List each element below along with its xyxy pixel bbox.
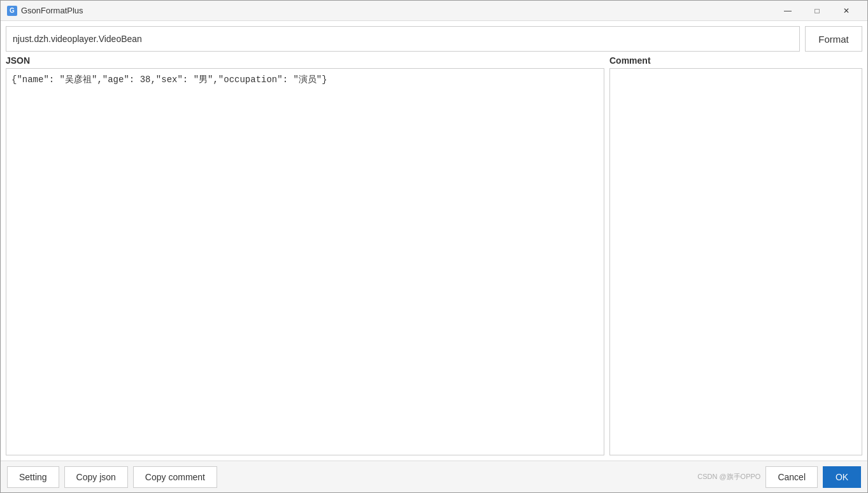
- copy-json-button[interactable]: Copy json: [64, 466, 128, 488]
- main-content: Format JSON {"name": "吴彦祖","age": 38,"se…: [1, 21, 867, 461]
- setting-button[interactable]: Setting: [7, 466, 59, 488]
- copy-comment-button[interactable]: Copy comment: [133, 466, 217, 488]
- bottom-toolbar: Setting Copy json Copy comment CSDN @旗手O…: [1, 461, 867, 492]
- window-title: GsonFormatPlus: [21, 6, 773, 15]
- minimize-button[interactable]: —: [773, 1, 802, 21]
- window-controls: — □ ✕: [773, 1, 861, 21]
- ok-button[interactable]: OK: [823, 466, 861, 488]
- comment-panel-label: Comment: [609, 55, 862, 66]
- comment-textarea[interactable]: [609, 68, 862, 455]
- class-name-input[interactable]: [6, 26, 800, 52]
- close-button[interactable]: ✕: [832, 1, 861, 21]
- json-panel: JSON {"name": "吴彦祖","age": 38,"sex": "男"…: [6, 55, 604, 455]
- title-bar: G GsonFormatPlus — □ ✕: [1, 1, 867, 21]
- top-row: Format: [6, 26, 862, 52]
- maximize-button[interactable]: □: [802, 1, 832, 21]
- watermark: CSDN @旗手OPPO: [697, 472, 760, 482]
- app-icon: G: [7, 6, 17, 16]
- format-button[interactable]: Format: [805, 26, 862, 52]
- panels-area: JSON {"name": "吴彦祖","age": 38,"sex": "男"…: [6, 55, 862, 455]
- json-textarea[interactable]: {"name": "吴彦祖","age": 38,"sex": "男","occ…: [6, 68, 604, 455]
- json-panel-label: JSON: [6, 55, 604, 66]
- cancel-button[interactable]: Cancel: [765, 466, 818, 488]
- app-window: G GsonFormatPlus — □ ✕ Format JSON {"nam…: [0, 0, 868, 493]
- comment-panel: Comment: [609, 55, 862, 455]
